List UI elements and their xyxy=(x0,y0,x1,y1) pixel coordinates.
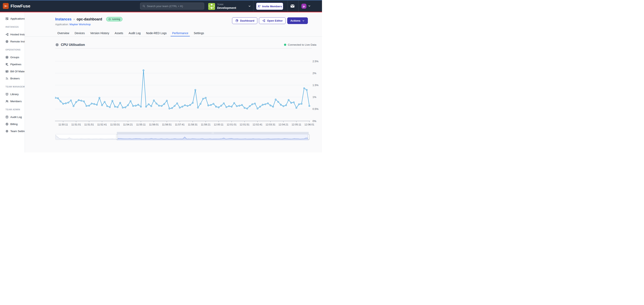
dashboard-button[interactable]: Dashboard xyxy=(232,17,258,24)
svg-text:12:01:51: 12:01:51 xyxy=(240,123,250,126)
svg-text:11:51:01: 11:51:01 xyxy=(71,123,81,126)
sidebar-item-brokers[interactable]: Brokers xyxy=(0,75,25,82)
open-editor-button[interactable]: Open Editor xyxy=(259,17,286,24)
svg-text:12:00:11: 12:00:11 xyxy=(214,123,224,126)
sidebar-item-members[interactable]: Members xyxy=(0,98,25,105)
brand-name: FlowFuse xyxy=(10,4,30,8)
tab-version-history[interactable]: Version History xyxy=(89,30,110,36)
applications-icon xyxy=(5,17,9,20)
live-status: Connected to Live Data xyxy=(284,43,316,46)
team-label: TEAM: xyxy=(217,3,236,6)
svg-text:2.5%: 2.5% xyxy=(312,60,318,63)
team-name: Development xyxy=(217,6,236,10)
navbar-divider xyxy=(298,0,298,12)
instance-tabs: Overview Devices Version History Assets … xyxy=(56,30,205,36)
brush-handle-left[interactable] xyxy=(116,134,118,140)
sidebar-section-instances: INSTANCES xyxy=(0,26,25,28)
tab-node-red-logs[interactable]: Node-RED Logs xyxy=(145,30,168,36)
svg-text:11:51:51: 11:51:51 xyxy=(84,123,94,126)
svg-text:11:53:31: 11:53:31 xyxy=(110,123,120,126)
tab-settings[interactable]: Settings xyxy=(192,30,206,36)
svg-text:0%: 0% xyxy=(312,120,316,123)
team-avatar xyxy=(208,3,215,10)
bill-of-materials-icon xyxy=(5,70,9,73)
chart-title: CPU Utilisation xyxy=(61,43,85,47)
svg-text:12:01:01: 12:01:01 xyxy=(226,123,236,126)
invite-members-button[interactable]: Invite Members xyxy=(256,3,283,10)
pipelines-icon xyxy=(5,63,9,66)
svg-text:12:04:21: 12:04:21 xyxy=(278,123,288,126)
sidebar-item-groups[interactable]: Groups xyxy=(0,54,25,61)
tab-assets[interactable]: Assets xyxy=(113,30,124,36)
svg-text:11:52:41: 11:52:41 xyxy=(97,123,107,126)
svg-text:1%: 1% xyxy=(312,95,316,99)
svg-text:0.5%: 0.5% xyxy=(312,107,318,110)
header-buttons: Dashboard Open Editor Actions xyxy=(232,17,308,24)
brokers-icon xyxy=(5,77,9,80)
sidebar-item-billing[interactable]: Billing xyxy=(0,121,25,128)
user-plus-icon xyxy=(257,5,261,8)
svg-text:11:59:21: 11:59:21 xyxy=(201,123,210,126)
library-icon xyxy=(5,92,9,96)
audit-log-icon xyxy=(5,115,9,119)
navbar-divider xyxy=(253,0,254,12)
svg-text:12:06:01: 12:06:01 xyxy=(304,123,314,126)
live-dot-icon xyxy=(284,44,286,46)
breadcrumb-instances-link[interactable]: Instances xyxy=(55,17,72,21)
pie-chart-icon xyxy=(235,19,238,22)
svg-text:12:03:31: 12:03:31 xyxy=(266,123,276,126)
svg-text:11:50:11: 11:50:11 xyxy=(58,123,68,126)
user-menu-chevron-down-icon[interactable] xyxy=(308,4,311,8)
svg-text:11:54:21: 11:54:21 xyxy=(123,123,133,126)
search-input[interactable] xyxy=(147,5,202,8)
node-editor-icon xyxy=(262,19,266,22)
billing-icon xyxy=(5,122,9,126)
sidebar-item-remote-instances[interactable]: Remote Instances xyxy=(0,38,25,45)
cpu-line-chart[interactable]: 0%0.5%1%1.5%2%2.5%11:50:1111:51:0111:51:… xyxy=(55,48,318,126)
time-range-brush xyxy=(56,132,310,141)
sidebar-item-library[interactable]: Library xyxy=(0,91,25,98)
svg-text:11:58:31: 11:58:31 xyxy=(188,123,198,126)
user-avatar[interactable]: jp xyxy=(302,4,306,9)
sidebar-item-hosted-instances[interactable]: Hosted Instances xyxy=(0,31,25,38)
svg-text:1.5%: 1.5% xyxy=(312,84,318,87)
chevron-down-icon xyxy=(302,19,305,22)
svg-text:11:56:01: 11:56:01 xyxy=(149,123,159,126)
flowfuse-logo-icon xyxy=(3,3,9,9)
flowfuse-app: FlowFuse TEAM: Development xyxy=(0,0,322,152)
brush-drag-grip[interactable] xyxy=(117,132,309,134)
tab-overview[interactable]: Overview xyxy=(56,30,70,36)
svg-text:11:55:11: 11:55:11 xyxy=(136,123,146,126)
application-link[interactable]: Mayker Workshop xyxy=(70,23,91,26)
groups-icon xyxy=(5,55,9,59)
team-search[interactable] xyxy=(140,3,204,9)
sidebar: Applications INSTANCES Hosted Instances … xyxy=(0,12,25,152)
sidebar-item-pipelines[interactable]: Pipelines xyxy=(0,61,25,68)
chart-header: CPU Utilisation Connected to Live Data xyxy=(55,42,316,47)
sidebar-item-bill-of-materials[interactable]: Bill Of Materials xyxy=(0,68,25,75)
sidebar-section-operations: OPERATIONS xyxy=(0,48,25,51)
svg-text:12:02:41: 12:02:41 xyxy=(253,123,262,126)
hosted-instances-icon xyxy=(5,33,9,36)
svg-text:2%: 2% xyxy=(312,72,316,75)
brush-handle-right[interactable] xyxy=(308,134,309,140)
remote-instances-icon xyxy=(5,40,9,43)
flowfuse-logo[interactable]: FlowFuse xyxy=(3,3,30,9)
breadcrumb-chevron-icon: › xyxy=(74,17,74,21)
brush-selection[interactable] xyxy=(117,132,309,141)
members-icon xyxy=(5,100,9,103)
notifications-mail-icon[interactable] xyxy=(290,4,295,8)
actions-button[interactable]: Actions xyxy=(287,17,308,24)
tab-audit-log[interactable]: Audit Log xyxy=(127,30,142,36)
tab-performance[interactable]: Performance xyxy=(170,30,190,36)
team-settings-icon xyxy=(5,129,9,133)
page-title: opc-dashboard xyxy=(76,17,102,21)
sidebar-item-applications[interactable]: Applications xyxy=(0,15,25,22)
team-switcher[interactable]: TEAM: Development xyxy=(208,3,251,10)
sidebar-item-team-settings[interactable]: Team Settings xyxy=(0,128,25,135)
tab-devices[interactable]: Devices xyxy=(73,30,86,36)
play-circle-icon xyxy=(108,18,111,20)
sidebar-item-audit-log[interactable]: Audit Log xyxy=(0,113,25,121)
cpu-chip-icon xyxy=(55,43,59,47)
breadcrumb: Instances › opc-dashboard running xyxy=(55,17,122,21)
